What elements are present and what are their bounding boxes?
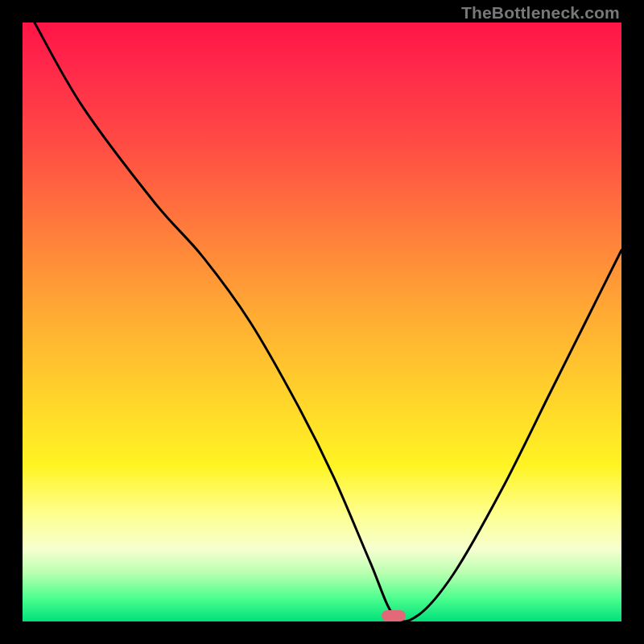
- watermark-text: TheBottleneck.com: [461, 3, 620, 23]
- chart-frame: TheBottleneck.com: [0, 0, 644, 644]
- gradient-plot-area: [23, 23, 621, 621]
- bottleneck-curve: [23, 23, 621, 621]
- optimal-point-marker: [382, 610, 406, 621]
